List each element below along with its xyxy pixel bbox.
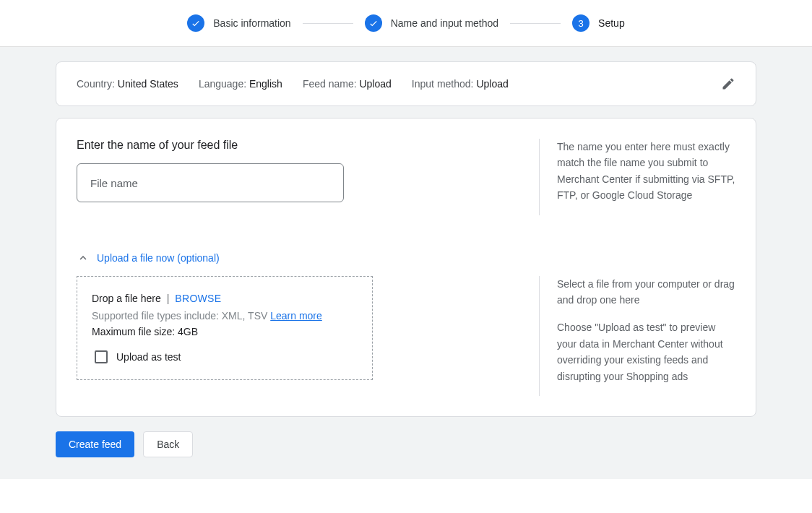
summary-input-method: Input method: Upload bbox=[412, 78, 509, 90]
section-title: Enter the name of your feed file bbox=[77, 139, 510, 152]
step-label: Setup bbox=[598, 17, 625, 29]
summary-value: Upload bbox=[476, 78, 508, 90]
drop-text: Drop a file here bbox=[92, 293, 161, 304]
browse-button[interactable]: BROWSE bbox=[175, 293, 221, 304]
step-number-icon: 3 bbox=[572, 14, 589, 32]
main-card: Enter the name of your feed file The nam… bbox=[56, 118, 756, 417]
create-feed-button[interactable]: Create feed bbox=[56, 431, 134, 457]
help-filename: The name you enter here must exactly mat… bbox=[539, 139, 735, 215]
file-name-input[interactable] bbox=[77, 163, 344, 202]
summary-value: United States bbox=[118, 78, 178, 90]
max-size-text: Maximum file size: 4GB bbox=[92, 326, 358, 337]
chevron-up-icon bbox=[77, 251, 90, 264]
summary-value: Upload bbox=[359, 78, 391, 90]
pencil-icon[interactable] bbox=[721, 77, 735, 91]
drop-divider: | bbox=[167, 293, 170, 304]
summary-card: Country: United States Language: English… bbox=[56, 61, 756, 106]
step-name-input[interactable]: Name and input method bbox=[365, 14, 498, 32]
checkmark-icon bbox=[365, 14, 382, 32]
help-text: Choose "Upload as test" to preview your … bbox=[557, 319, 735, 384]
step-basic-info[interactable]: Basic information bbox=[187, 14, 290, 32]
summary-country: Country: United States bbox=[77, 78, 178, 90]
checkbox-label: Upload as test bbox=[116, 351, 181, 363]
supported-text: Supported file types include: XML, TSV bbox=[92, 310, 270, 322]
step-connector bbox=[510, 23, 561, 24]
summary-label: Input method: bbox=[412, 78, 477, 90]
learn-more-link[interactable]: Learn more bbox=[270, 310, 322, 322]
upload-expander[interactable]: Upload a file now (optional) bbox=[77, 251, 735, 264]
summary-value: English bbox=[249, 78, 282, 90]
upload-dropzone[interactable]: Drop a file here | BROWSE Supported file… bbox=[77, 276, 373, 380]
summary-language: Language: English bbox=[199, 78, 282, 90]
upload-as-test-checkbox[interactable] bbox=[95, 350, 108, 363]
summary-feed-name: Feed name: Upload bbox=[303, 78, 392, 90]
step-connector bbox=[303, 23, 353, 24]
step-label: Basic information bbox=[213, 17, 290, 29]
step-label: Name and input method bbox=[391, 17, 498, 29]
step-setup[interactable]: 3 Setup bbox=[572, 14, 625, 32]
back-button[interactable]: Back bbox=[143, 431, 193, 457]
checkmark-icon bbox=[187, 14, 204, 32]
summary-label: Language: bbox=[199, 78, 249, 90]
help-text: The name you enter here must exactly mat… bbox=[557, 139, 735, 204]
summary-label: Country: bbox=[77, 78, 118, 90]
help-text: Select a file from your computer or drag… bbox=[557, 276, 735, 309]
help-upload: Select a file from your computer or drag… bbox=[539, 276, 735, 396]
summary-label: Feed name: bbox=[303, 78, 360, 90]
expander-label: Upload a file now (optional) bbox=[97, 252, 220, 264]
stepper: Basic information Name and input method … bbox=[0, 0, 812, 46]
